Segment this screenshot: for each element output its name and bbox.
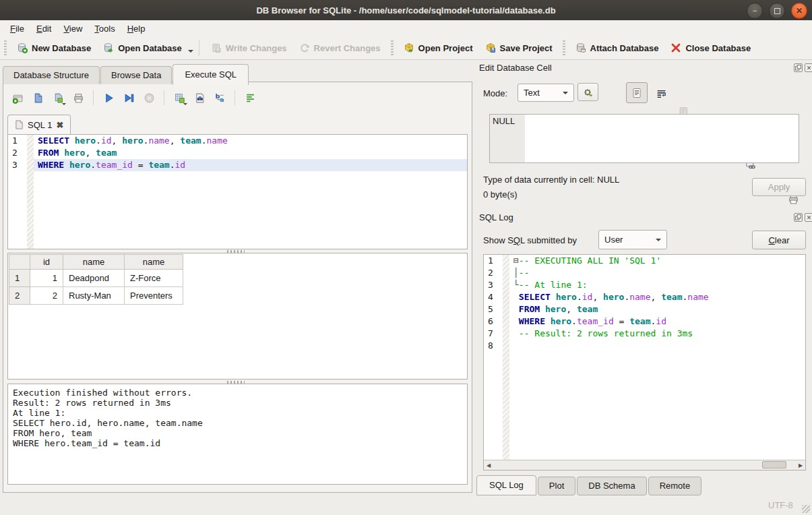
import-export-settings-button[interactable] <box>577 83 598 101</box>
save-results-dropdown-icon[interactable] <box>183 103 187 105</box>
menu-item-view[interactable]: View <box>57 22 88 36</box>
cell[interactable]: Preventers <box>125 287 183 305</box>
print-button[interactable] <box>69 89 87 107</box>
wrap-lines-button[interactable] <box>241 89 259 107</box>
code-text[interactable]: WHERE hero.team_id = team.id <box>34 159 467 171</box>
line-number: 3 <box>484 279 503 291</box>
dock-tab-plot[interactable]: Plot <box>538 477 575 495</box>
open-project-button[interactable]: Open Project <box>398 40 479 56</box>
open-database-button[interactable]: Open Database <box>97 40 188 56</box>
save-sql-file-button[interactable] <box>49 89 67 107</box>
toolbar-separator <box>199 40 199 56</box>
clear-button[interactable]: Clear <box>752 231 806 249</box>
tab-database-structure[interactable]: Database Structure <box>3 66 100 84</box>
scroll-left-icon[interactable]: ◀ <box>484 462 493 468</box>
close-panel-icon[interactable]: ✕ <box>805 63 812 72</box>
code-text[interactable]: SELECT hero.id, hero.name, team.name <box>34 135 467 147</box>
tab-execute-sql[interactable]: Execute SQL <box>173 64 249 85</box>
maximize-button[interactable] <box>769 3 785 19</box>
revert-changes-button[interactable]: Revert Changes <box>293 40 387 56</box>
sql-log-dock-buttons: ✕ <box>794 213 812 222</box>
dock-tab-remote[interactable]: Remote <box>648 477 702 495</box>
horizontal-scrollbar[interactable]: ◀ ▶ <box>484 460 805 470</box>
cell[interactable]: 1 <box>30 270 63 287</box>
find-button[interactable] <box>191 89 208 107</box>
cell[interactable]: Rusty-Man <box>63 287 125 305</box>
text-document-icon <box>631 88 642 98</box>
sql-editor[interactable]: 1SELECT hero.id, hero.name, team.name2FR… <box>7 134 468 249</box>
float-panel-icon[interactable] <box>794 63 803 72</box>
sql-log-view[interactable]: 1⊟-- EXECUTING ALL IN 'SQL 1'2│--3└-- At… <box>483 254 806 471</box>
minimize-button[interactable]: − <box>747 3 763 19</box>
save-results-button[interactable] <box>170 89 188 107</box>
column-header[interactable]: name <box>63 255 125 270</box>
code-line: 4 SELECT hero.id, hero.name, team.name <box>484 291 805 303</box>
code-text[interactable]: FROM hero, team <box>509 303 805 315</box>
close-panel-icon[interactable]: ✕ <box>805 213 812 222</box>
float-panel-icon[interactable] <box>794 213 803 222</box>
text-mode-button[interactable] <box>626 82 648 103</box>
word-wrap-button[interactable] <box>652 85 670 102</box>
dock-tab-sql-log[interactable]: SQL Log <box>476 475 536 495</box>
code-text[interactable]: WHERE hero.team_id = team.id <box>509 315 805 328</box>
mode-combobox[interactable]: Text <box>518 84 574 102</box>
apply-button[interactable]: Apply <box>752 178 806 196</box>
fold-margin <box>503 255 509 267</box>
code-text[interactable]: └-- At line 1: <box>509 279 805 291</box>
row-header[interactable]: 2 <box>9 287 30 305</box>
code-line: 2FROM hero, team <box>8 147 467 159</box>
code-text[interactable]: FROM hero, team <box>34 147 467 159</box>
scrollbar-thumb[interactable] <box>762 461 786 468</box>
menu-item-tools[interactable]: Tools <box>88 22 121 36</box>
menu-item-file[interactable]: File <box>4 22 30 36</box>
cell[interactable]: 2 <box>30 287 63 305</box>
cell-editor[interactable]: NULL <box>489 114 799 163</box>
attach-database-button[interactable]: Attach Database <box>569 40 665 56</box>
code-text[interactable]: -- Result: 2 rows returned in 3ms <box>509 328 805 340</box>
resize-grip[interactable] <box>802 505 810 513</box>
close-database-button[interactable]: Close Database <box>664 40 757 56</box>
dock-tab-db-schema[interactable]: DB Schema <box>577 477 646 495</box>
column-header[interactable]: id <box>30 255 63 270</box>
titlebar[interactable]: DB Browser for SQLite - /home/user/code/… <box>0 0 812 21</box>
maximize-icon <box>774 8 780 14</box>
stop-button[interactable] <box>140 89 158 107</box>
tab-browse-data[interactable]: Browse Data <box>100 66 172 84</box>
save-project-icon <box>485 42 496 53</box>
new-database-button[interactable]: New Database <box>11 40 97 56</box>
open-database-dropdown-icon[interactable] <box>188 50 193 53</box>
column-header[interactable]: name <box>125 255 183 270</box>
fold-margin <box>503 291 509 303</box>
execute-current-line-button[interactable] <box>120 89 137 107</box>
toolbar-handle[interactable] <box>4 40 7 55</box>
write-changes-button[interactable]: Write Changes <box>205 40 293 56</box>
open-database-icon <box>103 42 114 53</box>
open-tab-button[interactable] <box>9 89 26 107</box>
sql-tab-close-icon[interactable]: ✖ <box>56 120 63 130</box>
toolbar-handle[interactable] <box>563 40 565 55</box>
menu-item-edit[interactable]: Edit <box>30 22 57 36</box>
code-text[interactable]: SELECT hero.id, hero.name, team.name <box>509 291 805 303</box>
code-text[interactable]: │-- <box>509 267 805 279</box>
line-number: 1 <box>484 255 503 267</box>
code-text[interactable]: ⊟-- EXECUTING ALL IN 'SQL 1' <box>509 255 805 267</box>
cell[interactable]: Z-Force <box>125 270 183 287</box>
window-title: DB Browser for SQLite - /home/user/code/… <box>256 5 555 16</box>
sql-tab[interactable]: SQL 1 ✖ <box>7 115 71 134</box>
code-text[interactable] <box>509 340 805 352</box>
scrollbar-track[interactable] <box>493 460 796 470</box>
scroll-right-icon[interactable]: ▶ <box>796 462 805 468</box>
execute-all-button[interactable] <box>100 89 117 107</box>
save-project-button[interactable]: Save Project <box>479 40 559 56</box>
cell[interactable]: Deadpond <box>63 270 125 287</box>
replace-button[interactable]: ba <box>211 89 228 107</box>
sql-log-filter-combobox[interactable]: User <box>598 230 667 249</box>
toolbar-handle[interactable] <box>391 40 394 55</box>
row-header[interactable]: 1 <box>9 270 30 287</box>
save-sql-dropdown-icon[interactable] <box>62 103 66 105</box>
message-area[interactable]: Execution finished without errors. Resul… <box>7 384 468 485</box>
close-button[interactable]: ✕ <box>791 3 807 19</box>
table-corner[interactable] <box>9 255 30 270</box>
menu-item-help[interactable]: Help <box>121 22 152 36</box>
open-sql-file-button[interactable] <box>29 89 46 107</box>
